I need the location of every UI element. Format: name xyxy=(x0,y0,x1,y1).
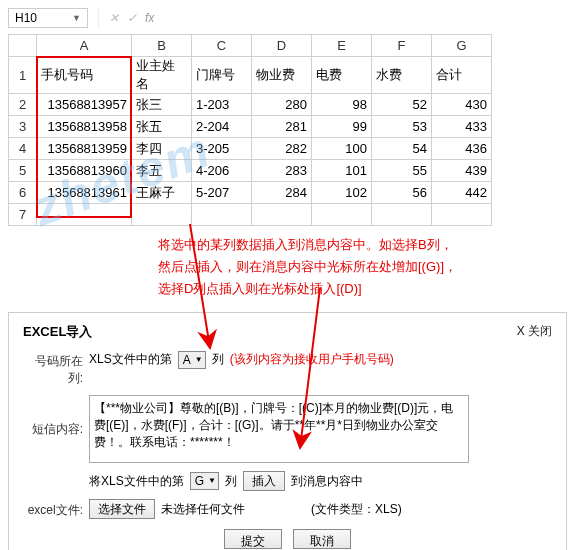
col-header-A[interactable]: A xyxy=(37,35,132,57)
msg-label: 短信内容: xyxy=(23,395,83,438)
cell[interactable] xyxy=(312,204,372,226)
cell[interactable]: 3-205 xyxy=(192,138,252,160)
cell[interactable]: 13568813957 xyxy=(37,94,132,116)
row-header-2[interactable]: 2 xyxy=(9,94,37,116)
phone-col-select[interactable]: A xyxy=(178,351,206,369)
cell[interactable] xyxy=(192,204,252,226)
annotation-line: 将选中的某列数据插入到消息内容中。如选择B列， xyxy=(158,234,567,256)
row-header-7[interactable]: 7 xyxy=(9,204,37,226)
cell[interactable]: 李五 xyxy=(132,160,192,182)
cell[interactable]: 56 xyxy=(372,182,432,204)
cell[interactable]: 53 xyxy=(372,116,432,138)
cell[interactable]: 281 xyxy=(252,116,312,138)
cell[interactable]: 电费 xyxy=(312,57,372,94)
insert-suffix: 到消息内容中 xyxy=(291,473,363,490)
dialog-close-button[interactable]: X 关闭 xyxy=(517,323,552,341)
phone-col-label: 号码所在列: xyxy=(23,351,83,387)
cell[interactable]: 王麻子 xyxy=(132,182,192,204)
cell[interactable] xyxy=(432,204,492,226)
annotation-line: 选择D列点插入则在光标处插入[(D)] xyxy=(158,278,567,300)
cell[interactable]: 102 xyxy=(312,182,372,204)
cell[interactable]: 物业费 xyxy=(252,57,312,94)
cell[interactable]: 100 xyxy=(312,138,372,160)
cell[interactable]: 280 xyxy=(252,94,312,116)
cell[interactable]: 54 xyxy=(372,138,432,160)
col-header-G[interactable]: G xyxy=(432,35,492,57)
cell[interactable]: 430 xyxy=(432,94,492,116)
cell[interactable]: 1-203 xyxy=(192,94,252,116)
cell[interactable]: 283 xyxy=(252,160,312,182)
cell[interactable]: 99 xyxy=(312,116,372,138)
file-label: excel文件: xyxy=(23,500,83,519)
insert-prefix: 将XLS文件中的第 xyxy=(89,473,184,490)
choose-file-button[interactable]: 选择文件 xyxy=(89,499,155,519)
row-header-4[interactable]: 4 xyxy=(9,138,37,160)
submit-button[interactable]: 提交 xyxy=(224,529,282,549)
select-all-corner[interactable] xyxy=(9,35,37,57)
row-header-6[interactable]: 6 xyxy=(9,182,37,204)
name-box-value: H10 xyxy=(15,11,37,25)
col-header-B[interactable]: B xyxy=(132,35,192,57)
file-status: 未选择任何文件 xyxy=(161,501,245,518)
formula-bar: ✕ ✓ fx xyxy=(98,8,154,28)
spreadsheet-grid[interactable]: A B C D E F G 1 手机号码 业主姓名 门牌号 物业费 电费 水费 … xyxy=(8,34,492,226)
col-header-D[interactable]: D xyxy=(252,35,312,57)
cell[interactable]: 52 xyxy=(372,94,432,116)
cell[interactable]: 55 xyxy=(372,160,432,182)
name-box-dropdown-icon: ▼ xyxy=(72,13,81,23)
sms-content-textarea[interactable] xyxy=(89,395,469,463)
cell[interactable]: 张五 xyxy=(132,116,192,138)
phone-col-prefix: XLS文件中的第 xyxy=(89,351,172,368)
cell[interactable]: 门牌号 xyxy=(192,57,252,94)
phone-col-hint: (该列内容为接收用户手机号码) xyxy=(230,351,394,368)
insert-button[interactable]: 插入 xyxy=(243,471,285,491)
cell[interactable]: 李四 xyxy=(132,138,192,160)
dialog-title: EXCEL导入 xyxy=(23,323,92,341)
cell[interactable]: 张三 xyxy=(132,94,192,116)
col-header-E[interactable]: E xyxy=(312,35,372,57)
cell[interactable]: 4-206 xyxy=(192,160,252,182)
cell[interactable] xyxy=(37,204,132,226)
col-header-F[interactable]: F xyxy=(372,35,432,57)
row-header-3[interactable]: 3 xyxy=(9,116,37,138)
cell[interactable]: 442 xyxy=(432,182,492,204)
cell[interactable]: 282 xyxy=(252,138,312,160)
cell[interactable]: 13568813959 xyxy=(37,138,132,160)
cell[interactable]: 13568813960 xyxy=(37,160,132,182)
annotation-line: 然后点插入，则在消息内容中光标所在处增加[(G)]， xyxy=(158,256,567,278)
cell[interactable] xyxy=(132,204,192,226)
cell[interactable]: 433 xyxy=(432,116,492,138)
cell[interactable]: 439 xyxy=(432,160,492,182)
cancel-button[interactable]: 取消 xyxy=(293,529,351,549)
annotation-text: 将选中的某列数据插入到消息内容中。如选择B列， 然后点插入，则在消息内容中光标所… xyxy=(158,234,567,300)
phone-col-suffix: 列 xyxy=(212,351,224,368)
cell[interactable]: 手机号码 xyxy=(37,57,132,94)
row-header-1[interactable]: 1 xyxy=(9,57,37,94)
file-type-hint: (文件类型：XLS) xyxy=(311,501,402,518)
fx-label: fx xyxy=(145,11,154,25)
insert-col-select[interactable]: G xyxy=(190,472,219,490)
cell[interactable]: 13568813958 xyxy=(37,116,132,138)
cell[interactable]: 284 xyxy=(252,182,312,204)
insert-col-suffix: 列 xyxy=(225,473,237,490)
cell[interactable]: 业主姓名 xyxy=(132,57,192,94)
cell[interactable]: 2-204 xyxy=(192,116,252,138)
cell[interactable]: 水费 xyxy=(372,57,432,94)
formula-confirm-icon: ✓ xyxy=(127,11,137,25)
cell[interactable] xyxy=(252,204,312,226)
cell[interactable]: 5-207 xyxy=(192,182,252,204)
formula-cancel-icon: ✕ xyxy=(109,11,119,25)
row-header-5[interactable]: 5 xyxy=(9,160,37,182)
cell[interactable]: 436 xyxy=(432,138,492,160)
cell[interactable]: 101 xyxy=(312,160,372,182)
name-box[interactable]: H10 ▼ xyxy=(8,8,88,28)
cell[interactable]: 13568813961 xyxy=(37,182,132,204)
cell[interactable]: 98 xyxy=(312,94,372,116)
cell[interactable]: 合计 xyxy=(432,57,492,94)
cell[interactable] xyxy=(372,204,432,226)
col-header-C[interactable]: C xyxy=(192,35,252,57)
excel-import-dialog: EXCEL导入 X 关闭 号码所在列: XLS文件中的第 A 列 (该列内容为接… xyxy=(8,312,567,550)
